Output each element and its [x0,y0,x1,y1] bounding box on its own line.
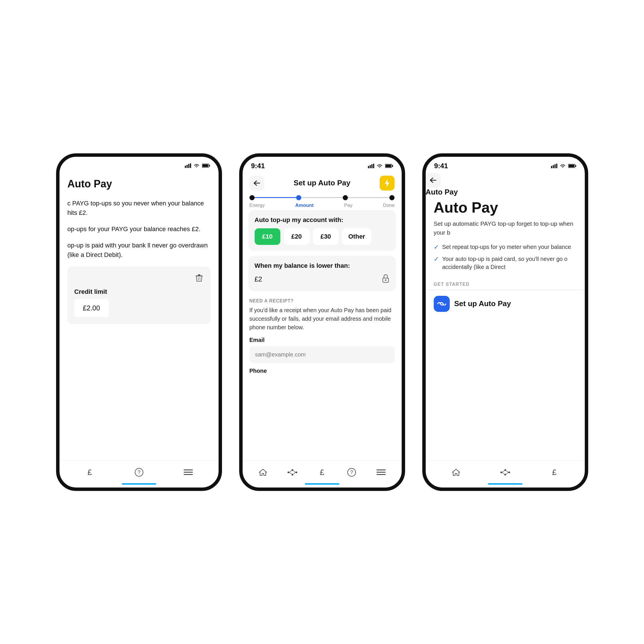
svg-point-49 [508,471,510,473]
get-started-label: GET STARTED [426,282,585,290]
svg-point-27 [292,469,293,471]
amount-card-title: Auto top-up my account with: [255,216,390,224]
nav-icon-pound-right[interactable]: £ [547,465,562,479]
amount-btn-30[interactable]: £30 [313,228,339,245]
svg-rect-37 [377,472,386,473]
check-mark-1: ✓ [434,243,439,251]
check-item-2: ✓ Your auto top-up is paid card, so you'… [434,255,577,271]
svg-rect-36 [377,469,386,470]
center-screen: Set up Auto Pay Energy Amount Pay [243,173,402,460]
wifi-icon-right [560,164,566,168]
receipt-label: NEED A RECEIPT? [249,298,395,304]
back-button-right[interactable] [426,173,441,188]
check-item-1: ✓ Set repeat top-ups for yo meter when y… [434,243,577,251]
left-screen: Auto Pay c PAYG top-ups so you never whe… [60,172,219,488]
svg-point-28 [296,471,297,473]
svg-rect-2 [188,164,189,168]
svg-point-47 [500,471,502,473]
svg-rect-19 [373,164,374,168]
nav-icon-menu-center[interactable] [374,465,388,479]
nav-icon-help-center[interactable]: ? [344,465,359,479]
left-body-text-1: c PAYG top-ups so you never when your ba… [68,199,211,217]
right-screen: Auto Pay Auto Pay Set up automatic PAYG … [426,173,585,460]
setup-auto-pay-button[interactable]: Set up Auto Pay [426,296,585,312]
back-button-center[interactable] [249,176,264,191]
balance-card: When my balance is lower than: £2 [248,256,396,291]
svg-rect-5 [202,164,208,167]
svg-rect-14 [184,472,193,473]
svg-rect-41 [554,164,556,168]
svg-rect-8 [198,274,200,276]
signal-icon-right [551,164,557,168]
svg-line-54 [506,472,508,474]
nav-icon-connections-center[interactable] [285,465,300,479]
check-text-1: Set repeat top-ups for yo meter when you… [442,243,571,251]
nav-icon-home-right[interactable] [449,465,463,479]
email-input[interactable] [249,346,395,363]
nav-icon-home-center[interactable] [256,465,270,479]
svg-point-26 [288,471,289,473]
signal-icon-left [185,163,191,168]
svg-point-25 [385,279,386,281]
amount-btn-20[interactable]: £20 [284,228,310,245]
bottom-nav-left: £ ? [60,460,219,488]
trash-icon[interactable] [195,273,204,284]
phone-left: 9:41 Auto Pay c PAYG top-ups so y [56,153,222,491]
svg-rect-15 [184,474,193,475]
credit-limit-label: Credit limit [74,288,204,296]
check-mark-2: ✓ [434,255,439,263]
stepper: Energy Amount Pay Done [243,195,402,210]
lightning-button[interactable] [380,176,395,191]
status-icons-center [368,164,393,168]
nav-icon-connections-right[interactable] [498,465,512,479]
phone-center: 9:41 [239,153,405,491]
svg-text:?: ? [137,469,140,475]
svg-rect-16 [368,166,369,168]
status-bar-center: 9:41 [243,157,402,173]
step-dot-3 [343,195,348,200]
status-bar-left: 9:41 [60,157,219,172]
bottom-nav-right: £ [426,460,585,488]
left-body-text-2: op-ups for your PAYG your balance reache… [68,224,211,234]
step-label-pay: Pay [344,203,352,208]
nav-icon-help-left[interactable]: ? [132,465,146,479]
svg-rect-39 [551,166,552,168]
status-icons-right [551,164,576,168]
signal-icon-center [368,164,374,168]
svg-rect-0 [185,166,186,168]
svg-rect-18 [371,164,372,168]
svg-line-33 [293,472,296,474]
divider [426,290,585,290]
amount-options: £10 £20 £30 Other [255,228,390,245]
step-label-amount: Amount [295,203,314,208]
svg-text:?: ? [350,469,353,475]
svg-rect-38 [377,474,386,475]
wifi-icon-left [193,163,200,168]
amount-btn-other[interactable]: Other [342,228,372,245]
battery-icon-left [202,164,210,168]
balance-row: £2 [255,274,390,285]
status-bar-right: 9:41 [426,157,585,173]
credit-limit-section: Credit limit £2.00 [68,266,211,324]
check-text-2: Your auto top-up is paid card, so you'll… [442,255,577,271]
amount-card: Auto top-up my account with: £10 £20 £30… [248,210,396,251]
battery-icon-right [568,164,576,168]
nav-icon-meter-center[interactable]: £ [315,465,329,479]
svg-line-51 [502,471,504,472]
step-line-1 [255,197,296,198]
svg-line-31 [293,471,296,472]
nav-icon-pound-left[interactable]: £ [83,465,97,479]
svg-rect-44 [568,165,574,167]
left-body-text-3: op-up is paid with your bank ll never go… [68,241,211,259]
svg-rect-1 [187,165,188,168]
svg-rect-42 [556,164,557,168]
svg-rect-22 [392,165,393,167]
trash-icon-wrap [74,273,204,284]
nav-icon-menu-left[interactable] [181,465,195,479]
step-dot-2 [296,195,301,200]
svg-line-53 [502,472,504,474]
step-line-3 [348,197,389,198]
svg-line-30 [289,471,292,472]
amount-btn-10[interactable]: £10 [255,228,280,245]
setup-btn-icon [434,296,450,312]
